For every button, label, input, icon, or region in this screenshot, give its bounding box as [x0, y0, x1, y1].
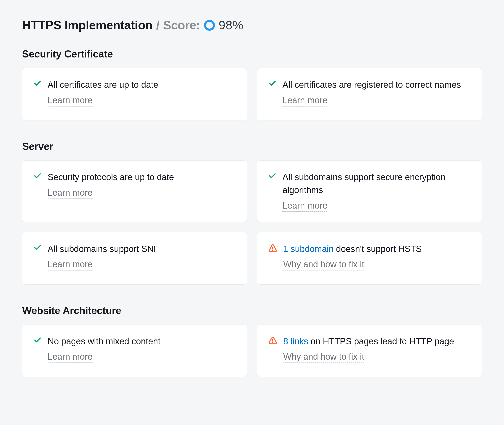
card-body: All certificates are up to date Learn mo…	[48, 78, 236, 106]
card-grid: No pages with mixed content Learn more 8…	[22, 325, 482, 377]
check-icon	[33, 242, 41, 252]
card-body: No pages with mixed content Learn more	[48, 335, 236, 363]
fix-link[interactable]: Why and how to fix it	[283, 259, 364, 271]
section-security-certificate: Security Certificate All certificates ar…	[22, 48, 482, 120]
learn-more-link[interactable]: Learn more	[48, 352, 92, 363]
check-icon	[33, 78, 41, 87]
score-value: 98%	[219, 18, 243, 32]
card-body: All subdomains support secure encryption…	[282, 171, 471, 212]
card-body: All subdomains support SNI Learn more	[48, 242, 236, 271]
card-text: All certificates are registered to corre…	[282, 78, 471, 91]
section-title: Website Architecture	[22, 305, 482, 317]
page-header: HTTPS Implementation / Score: 98%	[22, 18, 482, 32]
score-label: Score:	[163, 18, 200, 32]
warning-card: 1 subdomain doesn't support HSTS Why and…	[257, 232, 482, 285]
issue-rest: doesn't support HSTS	[334, 244, 422, 254]
warning-card: 8 links on HTTPS pages lead to HTTP page…	[257, 325, 482, 377]
card-body: 8 links on HTTPS pages lead to HTTP page…	[283, 335, 471, 363]
learn-more-link[interactable]: Learn more	[48, 188, 92, 199]
issue-count-link[interactable]: 8 links	[283, 336, 308, 346]
learn-more-link[interactable]: Learn more	[48, 95, 92, 106]
svg-point-4	[273, 342, 273, 343]
page-title-main: HTTPS Implementation	[22, 18, 153, 32]
card-body: 1 subdomain doesn't support HSTS Why and…	[283, 242, 471, 271]
card-grid: Security protocols are up to date Learn …	[22, 160, 482, 222]
card-body: Security protocols are up to date Learn …	[48, 171, 236, 199]
card-text: All certificates are up to date	[48, 78, 236, 91]
svg-point-2	[273, 250, 273, 250]
section-website-architecture: Website Architecture No pages with mixed…	[22, 305, 482, 377]
issue-count-link[interactable]: 1 subdomain	[283, 244, 334, 254]
card-text: Security protocols are up to date	[48, 171, 236, 184]
check-icon	[33, 335, 41, 344]
learn-more-link[interactable]: Learn more	[48, 259, 92, 271]
section-title: Security Certificate	[22, 48, 482, 60]
card-grid: All certificates are up to date Learn mo…	[22, 68, 482, 120]
score-ring-icon	[204, 20, 215, 31]
svg-point-0	[204, 20, 215, 31]
check-card: All subdomains support secure encryption…	[257, 160, 482, 222]
check-card: All certificates are up to date Learn mo…	[22, 68, 247, 120]
check-card: No pages with mixed content Learn more	[22, 325, 247, 377]
check-icon	[268, 78, 276, 87]
card-text: No pages with mixed content	[48, 335, 236, 348]
check-card: All subdomains support SNI Learn more	[22, 232, 247, 285]
warning-icon	[268, 242, 277, 252]
learn-more-link[interactable]: Learn more	[282, 200, 327, 212]
card-grid: All subdomains support SNI Learn more 1 …	[22, 232, 482, 285]
fix-link[interactable]: Why and how to fix it	[283, 352, 364, 363]
section-server: Server Security protocols are up to date…	[22, 141, 482, 285]
card-text: 8 links on HTTPS pages lead to HTTP page	[283, 335, 471, 348]
card-text: All subdomains support secure encryption…	[282, 171, 471, 196]
check-card: Security protocols are up to date Learn …	[22, 160, 247, 222]
section-title: Server	[22, 141, 482, 152]
warning-icon	[268, 335, 277, 345]
check-icon	[268, 171, 276, 180]
card-text: 1 subdomain doesn't support HSTS	[283, 242, 471, 255]
issue-rest: on HTTPS pages lead to HTTP page	[308, 336, 454, 346]
card-body: All certificates are registered to corre…	[282, 78, 471, 106]
check-icon	[33, 171, 41, 180]
card-text: All subdomains support SNI	[48, 242, 236, 255]
check-card: All certificates are registered to corre…	[257, 68, 482, 120]
page-title-divider: /	[156, 18, 159, 32]
learn-more-link[interactable]: Learn more	[282, 95, 327, 106]
